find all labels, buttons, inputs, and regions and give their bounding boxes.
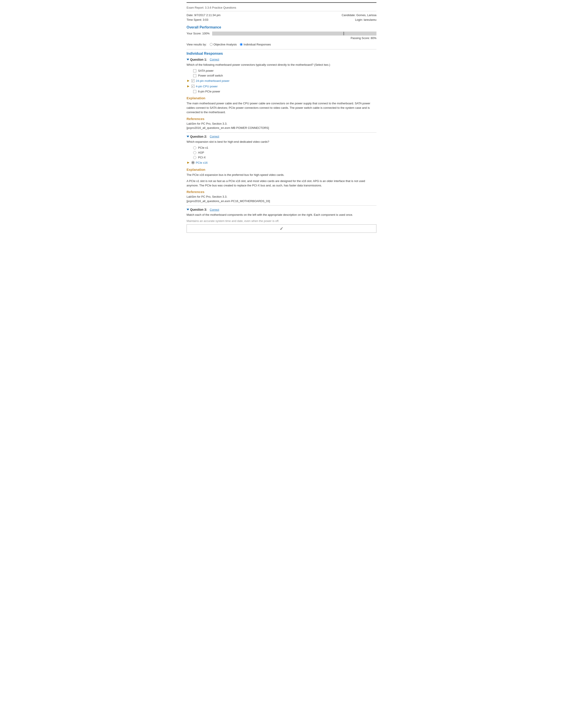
q1-option-1: SATA power (193, 69, 377, 72)
q2-option-1: PCIe x1 (193, 146, 377, 149)
question-2-label: Question 2: (186, 135, 207, 138)
login-label: Login: lareulareu (342, 18, 377, 22)
question-3-text: Match each of the motherboard components… (186, 213, 377, 217)
q1-option-1-label: SATA power (198, 69, 213, 72)
q1-option-3-label: 24-pin motherboard power (196, 79, 229, 83)
question-2-header: Question 2: Correct (186, 135, 377, 138)
question-3-number: Question 3: (190, 208, 207, 211)
individual-responses-option[interactable]: Individual Responses (240, 43, 271, 46)
passing-score-label: Passing Score: 80% (186, 36, 377, 40)
top-border (186, 2, 377, 3)
q2-references-title: References (186, 190, 377, 194)
q1-option-4: ► ✓ 4-pin CPU power (186, 84, 377, 88)
meta-left: Date: 9/7/2017 2:11:34 pm Time Spent: 3:… (186, 13, 220, 22)
q2-explanation-text-1: The PCIe x16 expansion bus is the prefer… (186, 173, 377, 177)
q1-checkbox-2[interactable] (193, 74, 196, 77)
score-row: Your Score: 100% (186, 32, 377, 36)
question-2-status[interactable]: Correct (210, 135, 219, 138)
q2-explanation-title: Explanation (186, 168, 377, 171)
overall-performance-title: Overall Performance (186, 25, 377, 29)
question-1-number: Question 1: (190, 58, 207, 61)
individual-responses-label: Individual Responses (243, 43, 271, 46)
individual-responses-radio[interactable] (240, 43, 242, 46)
q1-checkbox-5[interactable] (193, 90, 196, 93)
q2-radio-dot (192, 162, 194, 163)
individual-responses-title: Individual Responses (186, 52, 377, 56)
q1-explanation-text: The main motherboard power cable and the… (186, 101, 377, 114)
q1-option-3: ► ✓ 24-pin motherboard power (186, 79, 377, 83)
q2-option-3: PCI-X (193, 156, 377, 159)
q3-match-table: ✓ (186, 224, 377, 233)
q1-arrow-4: ► (186, 84, 190, 88)
q1-explanation-title: Explanation (186, 96, 377, 100)
score-bar-fill (212, 32, 376, 35)
q1-arrow-3: ► (186, 79, 190, 83)
q1-option-4-label: 4-pin CPU power (196, 85, 218, 88)
q2-arrow-4: ► (186, 161, 190, 165)
question-3-header: Question 3: Correct (186, 208, 377, 211)
q1-references-text: LabSim for PC Pro, Section 3.3. [pcpro20… (186, 122, 377, 130)
candidate-label: Candidate: Gomes, Larissa (342, 13, 377, 18)
q3-checkmark: ✓ (280, 226, 284, 231)
q2-option-1-label: PCIe x1 (198, 146, 208, 149)
q2-option-4-label: PCIe x16 (196, 161, 207, 164)
q2-radio-4[interactable] (191, 161, 194, 164)
q1-references-title: References (186, 117, 377, 121)
meta-right: Candidate: Gomes, Larissa Login: lareula… (342, 13, 377, 22)
q2-option-4: ► PCIe x16 (186, 161, 377, 165)
q3-match-cell: ✓ (186, 224, 377, 233)
q1-checkbox-3[interactable]: ✓ (191, 79, 194, 82)
question-3-collapse-icon[interactable] (186, 209, 189, 210)
q2-radio-2[interactable] (193, 151, 196, 154)
q1-option-5-label: 6-pin PCIe power (198, 90, 220, 93)
passing-marker (344, 32, 344, 35)
q1-divider (186, 132, 377, 133)
score-bar (212, 32, 377, 36)
question-3-subtext: Maintains an accurate system time and da… (186, 219, 377, 223)
question-1-text: Which of the following motherboard power… (186, 63, 377, 67)
q2-option-3-label: PCI-X (198, 156, 206, 159)
q1-checkbox-1[interactable] (193, 69, 196, 72)
score-label: Your Score: 100% (186, 32, 209, 35)
q2-explanation-text-2: A PCIe x1 slot is not as fast as a PCIe … (186, 179, 377, 188)
view-results-label: View results by: (186, 43, 207, 46)
q2-references-text: LabSim for PC Pro, Section 3.3. [pcpro20… (186, 195, 377, 203)
question-3-label: Question 3: (186, 208, 207, 211)
q1-checkbox-4[interactable]: ✓ (191, 85, 194, 88)
q1-option-2: Power on/off switch (193, 74, 377, 77)
objective-analysis-option[interactable]: Objective Analysis (210, 43, 237, 46)
question-1-collapse-icon[interactable] (186, 59, 189, 60)
q1-option-5: 6-pin PCIe power (193, 90, 377, 93)
question-1-header: Question 1: Correct (186, 58, 377, 61)
objective-analysis-radio[interactable] (210, 43, 212, 46)
q2-option-2: AGP (193, 151, 377, 154)
q2-option-2-label: AGP (198, 151, 204, 154)
date-label: Date: 9/7/2017 2:11:34 pm (186, 13, 220, 18)
question-1-status[interactable]: Correct (210, 58, 219, 61)
question-2-number: Question 2: (190, 135, 207, 138)
objective-analysis-label: Objective Analysis (213, 43, 237, 46)
meta-row: Date: 9/7/2017 2:11:34 pm Time Spent: 3:… (186, 13, 377, 22)
exam-title: Exam Report: 3.3.6 Practice Questions (186, 5, 377, 11)
q2-divider (186, 205, 377, 206)
question-3-status[interactable]: Correct (210, 208, 219, 211)
q2-radio-3[interactable] (193, 156, 196, 159)
question-2-text: Which expansion slot is best for high-en… (186, 140, 377, 144)
question-1-label: Question 1: (186, 58, 207, 61)
q1-option-2-label: Power on/off switch (198, 74, 223, 77)
question-2-collapse-icon[interactable] (186, 136, 189, 137)
time-spent-label: Time Spent: 3:03 (186, 18, 220, 22)
view-results-row: View results by: Objective Analysis Indi… (186, 43, 377, 49)
q2-radio-1[interactable] (193, 146, 196, 149)
